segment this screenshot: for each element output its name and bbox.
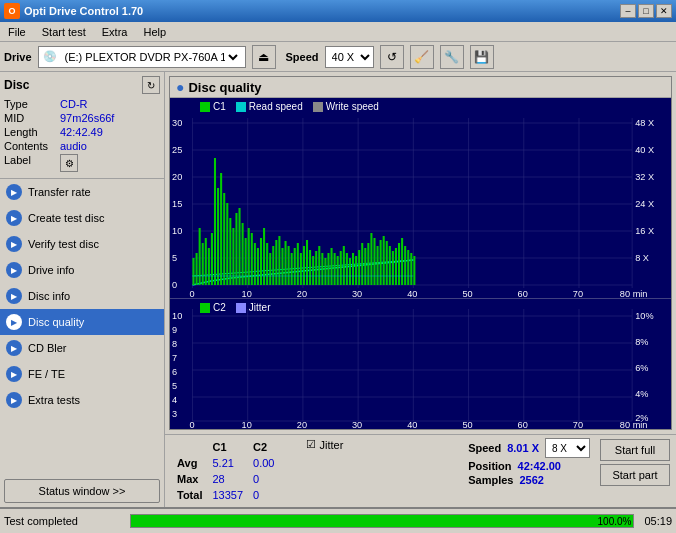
svg-rect-86 (337, 256, 339, 285)
svg-text:30: 30 (352, 420, 362, 429)
content-area: ● Disc quality C1 Read speed (165, 72, 676, 507)
svg-rect-70 (288, 246, 290, 285)
close-button[interactable]: ✕ (656, 4, 672, 18)
eject-button[interactable]: ⏏ (252, 45, 276, 69)
svg-rect-56 (245, 238, 247, 285)
svg-rect-48 (220, 173, 222, 285)
write-speed-legend: Write speed (313, 101, 379, 112)
svg-rect-76 (306, 240, 308, 285)
svg-text:10: 10 (242, 289, 252, 298)
svg-text:24 X: 24 X (635, 199, 654, 209)
avg-c1: 5.21 (208, 456, 247, 470)
svg-rect-97 (370, 233, 372, 285)
svg-text:0: 0 (189, 289, 194, 298)
nav-transfer-rate[interactable]: ▶ Transfer rate (0, 179, 164, 205)
c1-col-header: C1 (212, 441, 226, 453)
svg-text:0: 0 (172, 280, 177, 290)
minimize-button[interactable]: – (620, 4, 636, 18)
start-part-button[interactable]: Start part (600, 464, 670, 486)
nav-verify-test-disc[interactable]: ▶ Verify test disc (0, 231, 164, 257)
svg-text:3: 3 (172, 409, 177, 419)
label-settings-button[interactable]: ⚙ (60, 154, 78, 172)
svg-rect-88 (343, 246, 345, 285)
refresh-speed-button[interactable]: ↺ (380, 45, 404, 69)
clear-button[interactable]: 🧹 (410, 45, 434, 69)
nav-disc-quality[interactable]: ▶ Disc quality (0, 309, 164, 335)
nav-cd-bler-label: CD Bler (28, 342, 67, 354)
speed-value: 8.01 X (507, 442, 539, 454)
svg-rect-74 (300, 253, 302, 285)
svg-text:80 min: 80 min (620, 420, 648, 429)
settings-button[interactable]: 🔧 (440, 45, 464, 69)
nav-drive-info[interactable]: ▶ Drive info (0, 257, 164, 283)
nav-disc-quality-label: Disc quality (28, 316, 84, 328)
length-label: Length (4, 126, 56, 138)
svg-rect-59 (254, 243, 256, 285)
svg-rect-69 (285, 241, 287, 285)
start-full-button[interactable]: Start full (600, 439, 670, 461)
menu-help[interactable]: Help (139, 24, 170, 40)
create-disc-icon: ▶ (6, 210, 22, 226)
svg-text:15: 15 (172, 199, 182, 209)
svg-rect-49 (223, 193, 225, 285)
svg-text:4: 4 (172, 395, 177, 405)
samples-key: Samples (468, 474, 513, 486)
svg-text:10: 10 (242, 420, 252, 429)
speed-quality-dropdown[interactable]: 8 X (545, 438, 590, 458)
svg-rect-91 (352, 253, 354, 285)
drive-info-icon: ▶ (6, 262, 22, 278)
sidebar: Disc ↻ Type CD-R MID 97m26s66f Length 42… (0, 72, 165, 507)
svg-rect-79 (315, 251, 317, 285)
disc-refresh-button[interactable]: ↻ (142, 76, 160, 94)
svg-text:50: 50 (462, 420, 472, 429)
speed-label: Speed (286, 51, 319, 63)
total-label: Total (173, 488, 206, 502)
svg-rect-39 (192, 258, 194, 285)
svg-rect-80 (318, 246, 320, 285)
nav-cd-bler[interactable]: ▶ CD Bler (0, 335, 164, 361)
status-window-button[interactable]: Status window >> (4, 479, 160, 503)
maximize-button[interactable]: □ (638, 4, 654, 18)
svg-text:40: 40 (407, 420, 417, 429)
svg-rect-54 (239, 208, 241, 285)
nav-create-test-disc[interactable]: ▶ Create test disc (0, 205, 164, 231)
svg-text:40: 40 (407, 289, 417, 298)
fe-te-icon: ▶ (6, 366, 22, 382)
svg-text:70: 70 (573, 289, 583, 298)
drive-select-container: 💿 (E:) PLEXTOR DVDR PX-760A 1.07 (38, 46, 246, 68)
svg-rect-99 (377, 246, 379, 285)
svg-rect-111 (413, 256, 415, 285)
svg-rect-89 (346, 253, 348, 285)
menu-extra[interactable]: Extra (98, 24, 132, 40)
chart-panel-header: ● Disc quality (170, 77, 671, 98)
menu-start-test[interactable]: Start test (38, 24, 90, 40)
svg-rect-75 (303, 246, 305, 285)
svg-text:20: 20 (297, 420, 307, 429)
save-button[interactable]: 💾 (470, 45, 494, 69)
drive-disc-icon: 💿 (43, 50, 57, 63)
svg-rect-87 (340, 251, 342, 285)
svg-rect-106 (398, 243, 400, 285)
c1-legend: C1 (200, 101, 226, 112)
svg-rect-108 (404, 246, 406, 285)
svg-rect-93 (358, 250, 360, 285)
menu-file[interactable]: File (4, 24, 30, 40)
svg-rect-63 (266, 243, 268, 285)
svg-text:8: 8 (172, 339, 177, 349)
svg-rect-84 (331, 248, 333, 285)
speed-dropdown[interactable]: 40 X (325, 46, 374, 68)
svg-text:60: 60 (518, 289, 528, 298)
svg-rect-82 (324, 258, 326, 285)
nav-drive-info-label: Drive info (28, 264, 74, 276)
nav-disc-info[interactable]: ▶ Disc info (0, 283, 164, 309)
svg-rect-100 (380, 240, 382, 285)
svg-text:60: 60 (518, 420, 528, 429)
svg-rect-107 (401, 238, 403, 285)
nav-extra-tests[interactable]: ▶ Extra tests (0, 387, 164, 413)
nav-fe-te[interactable]: ▶ FE / TE (0, 361, 164, 387)
svg-text:40 X: 40 X (635, 145, 654, 155)
svg-text:6: 6 (172, 367, 177, 377)
samples-value: 2562 (519, 474, 543, 486)
drive-dropdown[interactable]: (E:) PLEXTOR DVDR PX-760A 1.07 (61, 50, 241, 64)
title-bar: O Opti Drive Control 1.70 – □ ✕ (0, 0, 676, 22)
